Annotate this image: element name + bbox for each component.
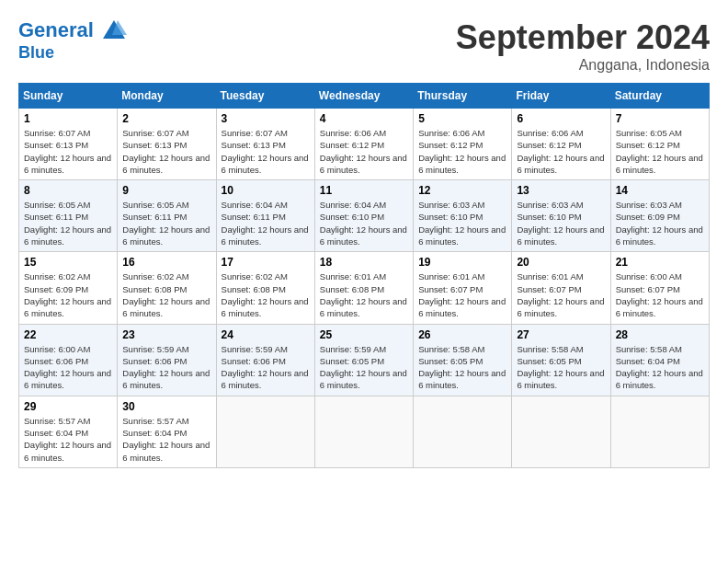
day-info: Sunrise: 6:03 AM Sunset: 6:09 PM Dayligh… xyxy=(616,199,704,247)
calendar-cell: 19 Sunrise: 6:01 AM Sunset: 6:07 PM Dayl… xyxy=(414,252,512,324)
day-info: Sunrise: 5:59 AM Sunset: 6:05 PM Dayligh… xyxy=(320,343,408,392)
calendar-cell: 1 Sunrise: 6:07 AM Sunset: 6:13 PM Dayli… xyxy=(19,109,118,180)
col-sunday: Sunday xyxy=(19,84,118,109)
day-info: Sunrise: 6:03 AM Sunset: 6:10 PM Dayligh… xyxy=(517,199,605,247)
day-number: 22 xyxy=(24,328,112,341)
day-info: Sunrise: 6:02 AM Sunset: 6:09 PM Dayligh… xyxy=(24,270,112,319)
day-info: Sunrise: 6:02 AM Sunset: 6:08 PM Dayligh… xyxy=(222,270,310,319)
day-number: 21 xyxy=(616,256,704,269)
day-number: 4 xyxy=(320,112,408,125)
day-info: Sunrise: 6:07 AM Sunset: 6:13 PM Dayligh… xyxy=(122,127,210,176)
calendar-week-2: 8 Sunrise: 6:05 AM Sunset: 6:11 PM Dayli… xyxy=(19,180,710,252)
calendar-cell: 2 Sunrise: 6:07 AM Sunset: 6:13 PM Dayli… xyxy=(118,109,216,180)
day-number: 11 xyxy=(320,184,408,197)
calendar-cell: 6 Sunrise: 6:06 AM Sunset: 6:12 PM Dayli… xyxy=(512,109,610,180)
day-number: 7 xyxy=(616,112,704,125)
col-tuesday: Tuesday xyxy=(216,84,314,109)
day-number: 15 xyxy=(24,256,112,269)
day-info: Sunrise: 5:59 AM Sunset: 6:06 PM Dayligh… xyxy=(122,343,210,392)
day-info: Sunrise: 6:05 AM Sunset: 6:11 PM Dayligh… xyxy=(122,199,210,247)
day-info: Sunrise: 6:01 AM Sunset: 6:07 PM Dayligh… xyxy=(418,270,506,319)
calendar-cell xyxy=(414,396,512,467)
col-wednesday: Wednesday xyxy=(314,84,413,109)
calendar-cell: 9 Sunrise: 6:05 AM Sunset: 6:11 PM Dayli… xyxy=(118,180,216,252)
calendar-cell: 17 Sunrise: 6:02 AM Sunset: 6:08 PM Dayl… xyxy=(216,252,314,324)
calendar-cell: 16 Sunrise: 6:02 AM Sunset: 6:08 PM Dayl… xyxy=(118,252,216,324)
day-info: Sunrise: 6:07 AM Sunset: 6:13 PM Dayligh… xyxy=(24,127,112,176)
day-info: Sunrise: 6:01 AM Sunset: 6:08 PM Dayligh… xyxy=(320,270,408,319)
calendar-cell: 4 Sunrise: 6:06 AM Sunset: 6:12 PM Dayli… xyxy=(314,109,413,180)
day-number: 12 xyxy=(418,184,506,197)
location-subtitle: Anggana, Indonesia xyxy=(456,57,710,74)
calendar-cell: 14 Sunrise: 6:03 AM Sunset: 6:09 PM Dayl… xyxy=(610,180,709,252)
day-number: 14 xyxy=(616,184,704,197)
calendar-cell: 27 Sunrise: 5:58 AM Sunset: 6:05 PM Dayl… xyxy=(512,324,610,396)
day-info: Sunrise: 6:07 AM Sunset: 6:13 PM Dayligh… xyxy=(222,127,310,176)
day-info: Sunrise: 5:58 AM Sunset: 6:04 PM Dayligh… xyxy=(616,343,704,392)
day-number: 5 xyxy=(418,112,506,125)
title-area: September 2024 Anggana, Indonesia xyxy=(456,18,710,74)
day-info: Sunrise: 6:00 AM Sunset: 6:07 PM Dayligh… xyxy=(616,270,704,319)
day-number: 28 xyxy=(616,328,704,341)
day-number: 6 xyxy=(517,112,605,125)
calendar-cell: 10 Sunrise: 6:04 AM Sunset: 6:11 PM Dayl… xyxy=(216,180,314,252)
day-info: Sunrise: 5:59 AM Sunset: 6:06 PM Dayligh… xyxy=(222,343,310,392)
day-number: 27 xyxy=(517,328,605,341)
col-saturday: Saturday xyxy=(610,84,709,109)
day-number: 17 xyxy=(222,256,310,269)
calendar-cell: 8 Sunrise: 6:05 AM Sunset: 6:11 PM Dayli… xyxy=(19,180,118,252)
col-monday: Monday xyxy=(118,84,216,109)
calendar-cell xyxy=(314,396,413,467)
day-number: 2 xyxy=(122,112,210,125)
logo: General Blue xyxy=(18,18,127,63)
calendar-cell: 20 Sunrise: 6:01 AM Sunset: 6:07 PM Dayl… xyxy=(512,252,610,324)
day-number: 26 xyxy=(418,328,506,341)
day-info: Sunrise: 6:06 AM Sunset: 6:12 PM Dayligh… xyxy=(418,127,506,176)
calendar-cell: 26 Sunrise: 5:58 AM Sunset: 6:05 PM Dayl… xyxy=(414,324,512,396)
calendar-cell: 22 Sunrise: 6:00 AM Sunset: 6:06 PM Dayl… xyxy=(19,324,118,396)
day-info: Sunrise: 6:03 AM Sunset: 6:10 PM Dayligh… xyxy=(418,199,506,247)
day-number: 18 xyxy=(320,256,408,269)
calendar-cell: 24 Sunrise: 5:59 AM Sunset: 6:06 PM Dayl… xyxy=(216,324,314,396)
day-number: 8 xyxy=(24,184,112,197)
day-info: Sunrise: 5:57 AM Sunset: 6:04 PM Dayligh… xyxy=(24,415,112,464)
day-info: Sunrise: 6:04 AM Sunset: 6:11 PM Dayligh… xyxy=(222,199,310,247)
day-info: Sunrise: 5:58 AM Sunset: 6:05 PM Dayligh… xyxy=(517,343,605,392)
day-info: Sunrise: 6:06 AM Sunset: 6:12 PM Dayligh… xyxy=(517,127,605,176)
calendar-cell xyxy=(216,396,314,467)
day-number: 30 xyxy=(122,400,210,413)
day-number: 1 xyxy=(24,112,112,125)
calendar-cell xyxy=(610,396,709,467)
day-info: Sunrise: 6:05 AM Sunset: 6:11 PM Dayligh… xyxy=(24,199,112,247)
calendar-cell: 21 Sunrise: 6:00 AM Sunset: 6:07 PM Dayl… xyxy=(610,252,709,324)
day-info: Sunrise: 6:05 AM Sunset: 6:12 PM Dayligh… xyxy=(616,127,704,176)
calendar-week-4: 22 Sunrise: 6:00 AM Sunset: 6:06 PM Dayl… xyxy=(19,324,710,396)
col-friday: Friday xyxy=(512,84,610,109)
calendar-cell: 5 Sunrise: 6:06 AM Sunset: 6:12 PM Dayli… xyxy=(414,109,512,180)
day-number: 29 xyxy=(24,400,112,413)
calendar-cell: 15 Sunrise: 6:02 AM Sunset: 6:09 PM Dayl… xyxy=(19,252,118,324)
calendar-cell: 12 Sunrise: 6:03 AM Sunset: 6:10 PM Dayl… xyxy=(414,180,512,252)
calendar-cell: 30 Sunrise: 5:57 AM Sunset: 6:04 PM Dayl… xyxy=(118,396,216,467)
day-info: Sunrise: 6:02 AM Sunset: 6:08 PM Dayligh… xyxy=(122,270,210,319)
calendar-cell: 18 Sunrise: 6:01 AM Sunset: 6:08 PM Dayl… xyxy=(314,252,413,324)
day-number: 9 xyxy=(122,184,210,197)
calendar-cell xyxy=(512,396,610,467)
day-info: Sunrise: 5:58 AM Sunset: 6:05 PM Dayligh… xyxy=(418,343,506,392)
calendar-cell: 13 Sunrise: 6:03 AM Sunset: 6:10 PM Dayl… xyxy=(512,180,610,252)
logo-text: General xyxy=(18,18,127,44)
calendar-header-row: Sunday Monday Tuesday Wednesday Thursday… xyxy=(19,84,710,109)
day-info: Sunrise: 5:57 AM Sunset: 6:04 PM Dayligh… xyxy=(122,415,210,464)
day-number: 13 xyxy=(517,184,605,197)
calendar-cell: 28 Sunrise: 5:58 AM Sunset: 6:04 PM Dayl… xyxy=(610,324,709,396)
calendar-table: Sunday Monday Tuesday Wednesday Thursday… xyxy=(18,83,710,468)
day-number: 24 xyxy=(222,328,310,341)
day-number: 16 xyxy=(122,256,210,269)
day-info: Sunrise: 6:00 AM Sunset: 6:06 PM Dayligh… xyxy=(24,343,112,392)
calendar-cell: 11 Sunrise: 6:04 AM Sunset: 6:10 PM Dayl… xyxy=(314,180,413,252)
day-info: Sunrise: 6:01 AM Sunset: 6:07 PM Dayligh… xyxy=(517,270,605,319)
day-number: 19 xyxy=(418,256,506,269)
day-number: 23 xyxy=(122,328,210,341)
day-info: Sunrise: 6:04 AM Sunset: 6:10 PM Dayligh… xyxy=(320,199,408,247)
day-number: 20 xyxy=(517,256,605,269)
